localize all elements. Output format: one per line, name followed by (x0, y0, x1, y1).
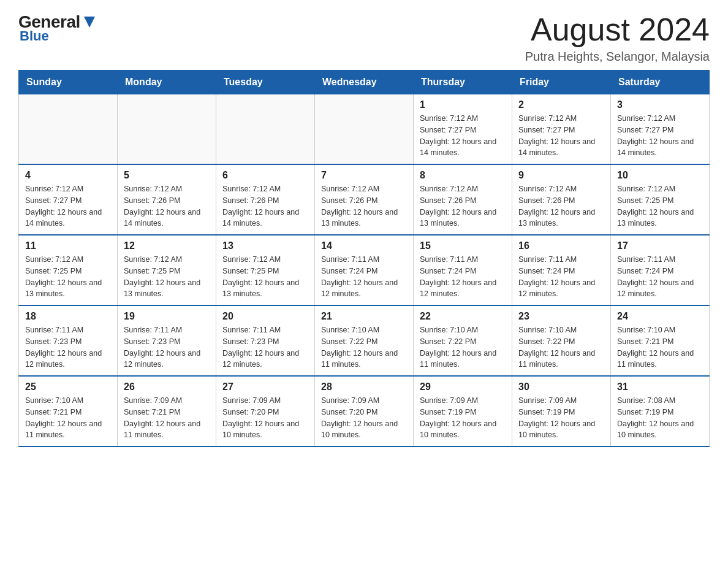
calendar-day-cell: 24Sunrise: 7:10 AMSunset: 7:21 PMDayligh… (611, 305, 710, 376)
day-number: 6 (222, 170, 308, 181)
col-friday: Friday (512, 71, 611, 94)
calendar-day-cell: 26Sunrise: 7:09 AMSunset: 7:21 PMDayligh… (118, 376, 216, 446)
sun-info: Sunrise: 7:12 AMSunset: 7:27 PMDaylight:… (420, 113, 506, 159)
sun-info: Sunrise: 7:11 AMSunset: 7:24 PMDaylight:… (321, 254, 407, 300)
month-title: August 2024 (525, 12, 710, 47)
day-number: 16 (518, 240, 604, 251)
logo: General Blue (18, 12, 96, 44)
day-number: 20 (222, 311, 308, 322)
sun-info: Sunrise: 7:12 AMSunset: 7:25 PMDaylight:… (222, 254, 308, 300)
sun-info: Sunrise: 7:11 AMSunset: 7:23 PMDaylight:… (25, 324, 111, 370)
sun-info: Sunrise: 7:10 AMSunset: 7:22 PMDaylight:… (420, 324, 506, 370)
calendar-header-row: Sunday Monday Tuesday Wednesday Thursday… (19, 71, 710, 94)
col-thursday: Thursday (414, 71, 512, 94)
sun-info: Sunrise: 7:09 AMSunset: 7:19 PMDaylight:… (420, 395, 506, 441)
day-number: 12 (124, 240, 210, 251)
sun-info: Sunrise: 7:12 AMSunset: 7:25 PMDaylight:… (617, 183, 703, 229)
calendar-day-cell: 11Sunrise: 7:12 AMSunset: 7:25 PMDayligh… (19, 235, 118, 305)
day-number: 29 (420, 381, 506, 393)
sun-info: Sunrise: 7:09 AMSunset: 7:20 PMDaylight:… (222, 395, 308, 441)
sun-info: Sunrise: 7:12 AMSunset: 7:27 PMDaylight:… (25, 183, 111, 229)
sun-info: Sunrise: 7:12 AMSunset: 7:26 PMDaylight:… (420, 183, 506, 229)
day-number: 25 (25, 381, 111, 393)
calendar-day-cell: 7Sunrise: 7:12 AMSunset: 7:26 PMDaylight… (315, 164, 414, 235)
day-number: 3 (617, 99, 703, 110)
calendar-day-cell (315, 94, 414, 165)
day-number: 4 (25, 170, 111, 181)
day-number: 30 (518, 381, 604, 393)
svg-marker-0 (84, 17, 95, 28)
sun-info: Sunrise: 7:11 AMSunset: 7:24 PMDaylight:… (420, 254, 506, 300)
calendar-day-cell: 20Sunrise: 7:11 AMSunset: 7:23 PMDayligh… (216, 305, 315, 376)
sun-info: Sunrise: 7:10 AMSunset: 7:22 PMDaylight:… (321, 324, 407, 370)
col-sunday: Sunday (19, 71, 118, 94)
sun-info: Sunrise: 7:12 AMSunset: 7:25 PMDaylight:… (25, 254, 111, 300)
logo-blue-text: Blue (20, 28, 49, 44)
sun-info: Sunrise: 7:12 AMSunset: 7:26 PMDaylight:… (321, 183, 407, 229)
calendar-day-cell: 13Sunrise: 7:12 AMSunset: 7:25 PMDayligh… (216, 235, 315, 305)
col-saturday: Saturday (611, 71, 710, 94)
calendar-week-row: 4Sunrise: 7:12 AMSunset: 7:27 PMDaylight… (19, 164, 710, 235)
calendar-week-row: 11Sunrise: 7:12 AMSunset: 7:25 PMDayligh… (19, 235, 710, 305)
day-number: 21 (321, 311, 407, 322)
calendar-day-cell: 18Sunrise: 7:11 AMSunset: 7:23 PMDayligh… (19, 305, 118, 376)
day-number: 24 (617, 311, 703, 322)
calendar-day-cell: 10Sunrise: 7:12 AMSunset: 7:25 PMDayligh… (611, 164, 710, 235)
sun-info: Sunrise: 7:10 AMSunset: 7:21 PMDaylight:… (617, 324, 703, 370)
day-number: 9 (518, 170, 604, 181)
sun-info: Sunrise: 7:11 AMSunset: 7:24 PMDaylight:… (518, 254, 604, 300)
calendar-day-cell: 6Sunrise: 7:12 AMSunset: 7:26 PMDaylight… (216, 164, 315, 235)
day-number: 26 (124, 381, 210, 393)
location: Putra Heights, Selangor, Malaysia (525, 50, 710, 64)
calendar-day-cell: 27Sunrise: 7:09 AMSunset: 7:20 PMDayligh… (216, 376, 315, 446)
calendar-day-cell: 1Sunrise: 7:12 AMSunset: 7:27 PMDaylight… (414, 94, 512, 165)
day-number: 14 (321, 240, 407, 251)
calendar-day-cell: 29Sunrise: 7:09 AMSunset: 7:19 PMDayligh… (414, 376, 512, 446)
sun-info: Sunrise: 7:11 AMSunset: 7:23 PMDaylight:… (222, 324, 308, 370)
sun-info: Sunrise: 7:08 AMSunset: 7:19 PMDaylight:… (617, 395, 703, 441)
sun-info: Sunrise: 7:12 AMSunset: 7:26 PMDaylight:… (124, 183, 210, 229)
day-number: 23 (518, 311, 604, 322)
calendar-day-cell: 14Sunrise: 7:11 AMSunset: 7:24 PMDayligh… (315, 235, 414, 305)
sun-info: Sunrise: 7:12 AMSunset: 7:26 PMDaylight:… (222, 183, 308, 229)
sun-info: Sunrise: 7:12 AMSunset: 7:25 PMDaylight:… (124, 254, 210, 300)
day-number: 28 (321, 381, 407, 393)
page-header: General Blue August 2024 Putra Heights, … (18, 12, 710, 64)
sun-info: Sunrise: 7:10 AMSunset: 7:22 PMDaylight:… (518, 324, 604, 370)
day-number: 8 (420, 170, 506, 181)
day-number: 22 (420, 311, 506, 322)
calendar-day-cell: 25Sunrise: 7:10 AMSunset: 7:21 PMDayligh… (19, 376, 118, 446)
day-number: 31 (617, 381, 703, 393)
calendar-day-cell: 31Sunrise: 7:08 AMSunset: 7:19 PMDayligh… (611, 376, 710, 446)
calendar-day-cell (19, 94, 118, 165)
calendar-day-cell: 17Sunrise: 7:11 AMSunset: 7:24 PMDayligh… (611, 235, 710, 305)
day-number: 17 (617, 240, 703, 251)
day-number: 13 (222, 240, 308, 251)
title-section: August 2024 Putra Heights, Selangor, Mal… (525, 12, 710, 64)
calendar-day-cell: 9Sunrise: 7:12 AMSunset: 7:26 PMDaylight… (512, 164, 611, 235)
sun-info: Sunrise: 7:09 AMSunset: 7:19 PMDaylight:… (518, 395, 604, 441)
calendar-day-cell (216, 94, 315, 165)
calendar-week-row: 1Sunrise: 7:12 AMSunset: 7:27 PMDaylight… (19, 94, 710, 165)
calendar-day-cell: 8Sunrise: 7:12 AMSunset: 7:26 PMDaylight… (414, 164, 512, 235)
calendar-day-cell: 4Sunrise: 7:12 AMSunset: 7:27 PMDaylight… (19, 164, 118, 235)
sun-info: Sunrise: 7:09 AMSunset: 7:20 PMDaylight:… (321, 395, 407, 441)
sun-info: Sunrise: 7:11 AMSunset: 7:24 PMDaylight:… (617, 254, 703, 300)
day-number: 7 (321, 170, 407, 181)
calendar-day-cell: 15Sunrise: 7:11 AMSunset: 7:24 PMDayligh… (414, 235, 512, 305)
day-number: 2 (518, 99, 604, 110)
sun-info: Sunrise: 7:09 AMSunset: 7:21 PMDaylight:… (124, 395, 210, 441)
col-monday: Monday (118, 71, 216, 94)
col-tuesday: Tuesday (216, 71, 315, 94)
logo-triangle-icon (83, 14, 96, 31)
calendar-day-cell (118, 94, 216, 165)
day-number: 5 (124, 170, 210, 181)
sun-info: Sunrise: 7:12 AMSunset: 7:27 PMDaylight:… (518, 113, 604, 159)
day-number: 1 (420, 99, 506, 110)
calendar-day-cell: 2Sunrise: 7:12 AMSunset: 7:27 PMDaylight… (512, 94, 611, 165)
calendar-day-cell: 16Sunrise: 7:11 AMSunset: 7:24 PMDayligh… (512, 235, 611, 305)
calendar-table: Sunday Monday Tuesday Wednesday Thursday… (18, 70, 710, 447)
calendar-day-cell: 30Sunrise: 7:09 AMSunset: 7:19 PMDayligh… (512, 376, 611, 446)
sun-info: Sunrise: 7:12 AMSunset: 7:27 PMDaylight:… (617, 113, 703, 159)
calendar-day-cell: 19Sunrise: 7:11 AMSunset: 7:23 PMDayligh… (118, 305, 216, 376)
